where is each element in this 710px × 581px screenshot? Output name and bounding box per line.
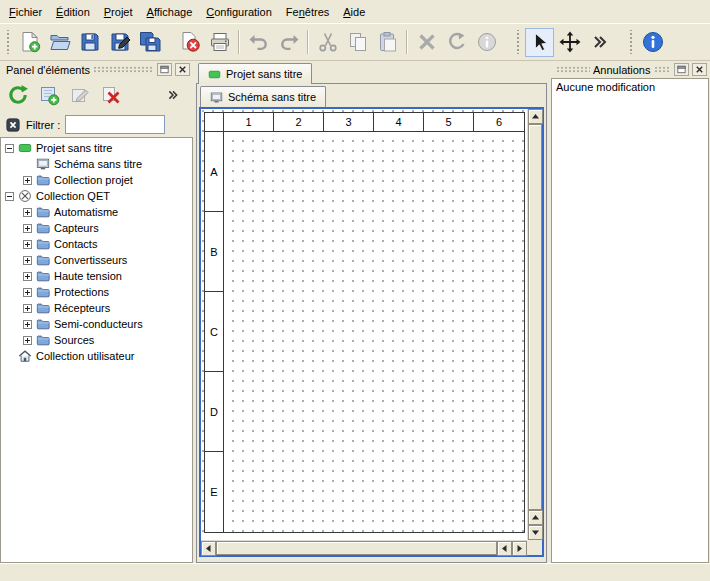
menu-item-edition[interactable]: Édition [49,0,97,23]
tree-item-collection-utilisateur[interactable]: Collection utilisateur [1,348,192,364]
expander-plus-icon[interactable] [23,224,32,233]
delete-element-button[interactable] [97,81,125,109]
close-file-button[interactable] [175,28,204,57]
close-panel-button[interactable] [175,63,190,76]
reload-collections-button[interactable] [4,81,32,109]
new-element-button[interactable] [35,81,63,109]
horizontal-scrollbar[interactable] [201,540,527,555]
copy-button[interactable] [343,28,372,57]
tree-item-automatisme[interactable]: Automatisme [1,204,192,220]
print-button[interactable] [205,28,234,57]
refresh-icon [7,84,29,106]
menu-item-aide[interactable]: Aide [336,0,372,23]
redo-button[interactable] [274,28,303,57]
tree-item-label: Semi-conducteurs [54,318,143,330]
menu-item-projet[interactable]: Projet [97,0,140,23]
tree-item-schema-sans-titre[interactable]: Schéma sans titre [1,156,192,172]
cut-button[interactable] [313,28,342,57]
tree-item-contacts[interactable]: Contacts [1,236,192,252]
close-undo-panel-button[interactable] [692,63,707,76]
tree-item-sources[interactable]: Sources [1,332,192,348]
elements-panel-toolbar [0,78,193,112]
menu-item-affichage[interactable]: Affichage [140,0,200,23]
panel-overflow-button[interactable] [159,81,187,109]
expander-minus-icon[interactable] [5,192,14,201]
expander-plus-icon[interactable] [23,256,32,265]
scroll-up-button[interactable] [528,109,543,124]
folder-icon [36,301,50,315]
vertical-scrollbar[interactable] [527,109,542,540]
toolbar-drag-handle[interactable] [628,30,634,54]
tree-item-protections[interactable]: Protections [1,284,192,300]
menu-item-configuration[interactable]: Configuration [199,0,279,23]
expander-minus-icon[interactable] [5,144,14,153]
float-undo-panel-button[interactable] [674,63,689,76]
tab-schema[interactable]: Schéma sans titre [200,86,326,107]
schema-border: 123456 ABCDE [204,112,525,533]
diagram-canvas[interactable]: 123456 ABCDE [201,109,527,540]
expander-plus-icon[interactable] [23,320,32,329]
filter-input[interactable] [65,115,165,134]
toolbar-drag-handle[interactable] [5,30,11,54]
expander-plus-icon[interactable] [23,176,32,185]
rotate-button[interactable] [442,28,471,57]
tree-item-semi-conducteurs[interactable]: Semi-conducteurs [1,316,192,332]
open-project-button[interactable] [45,28,74,57]
scroll-right-button[interactable] [512,541,527,556]
copy-icon [347,31,369,53]
tab-project[interactable]: Projet sans titre [198,63,312,84]
new-file-icon [19,31,41,53]
expander-plus-icon[interactable] [23,272,32,281]
save-all-button[interactable] [135,28,164,57]
paste-button[interactable] [373,28,402,57]
about-button[interactable] [638,28,667,57]
status-bar [0,563,710,581]
tree-item-capteurs[interactable]: Capteurs [1,220,192,236]
paste-icon [377,31,399,53]
menu-item-fichier[interactable]: Fichier [2,0,49,23]
scroll-down-button[interactable] [528,525,543,540]
edit-element-button[interactable] [66,81,94,109]
horizontal-scroll-thumb[interactable] [216,541,497,555]
select-mode-button[interactable] [525,28,554,57]
undo-button[interactable] [244,28,273,57]
menu-item-fenetres[interactable]: Fenêtres [279,0,336,23]
expander-plus-icon[interactable] [23,336,32,345]
scroll-up-button-bottom[interactable] [528,510,543,525]
toolbar-overflow-button[interactable] [585,28,614,57]
save-as-button[interactable] [105,28,134,57]
expander-plus-icon[interactable] [23,208,32,217]
dock-drag-handle[interactable] [556,66,590,73]
folder-icon [36,237,50,251]
expander-plus-icon[interactable] [23,304,32,313]
tree-item-projet-sans-titre[interactable]: Projet sans titre [1,140,192,156]
expander-plus-icon[interactable] [23,240,32,249]
close-file-icon [179,31,201,53]
schema-tab-bar: Schéma sans titre [199,86,544,107]
expander-plus-icon[interactable] [23,288,32,297]
tree-item-label: Projet sans titre [36,142,112,154]
delete-button[interactable] [412,28,441,57]
toolbar-drag-handle[interactable] [515,30,521,54]
element-info-button[interactable] [472,28,501,57]
tree-item-recepteurs[interactable]: Récepteurs [1,300,192,316]
tree-item-convertisseurs[interactable]: Convertisseurs [1,252,192,268]
tree-item-label: Collection projet [54,174,133,186]
tree-item-collection-projet[interactable]: Collection projet [1,172,192,188]
dock-drag-handle[interactable] [93,66,154,73]
dock-close-icon [694,64,705,75]
clear-filter-icon[interactable] [5,117,21,133]
scroll-left-button[interactable] [201,541,216,556]
column-label: 6 [474,113,524,131]
tree-item-haute-tension[interactable]: Haute tension [1,268,192,284]
tree-item-collection-qet[interactable]: Collection QET [1,188,192,204]
row-label: E [205,452,223,532]
pan-mode-button[interactable] [555,28,584,57]
dock-drag-handle[interactable] [654,66,672,73]
save-button[interactable] [75,28,104,57]
scroll-left-button-right[interactable] [497,541,512,556]
float-panel-button[interactable] [157,63,172,76]
new-project-button[interactable] [15,28,44,57]
new-element-icon [38,84,60,106]
vertical-scroll-thumb[interactable] [528,124,542,510]
